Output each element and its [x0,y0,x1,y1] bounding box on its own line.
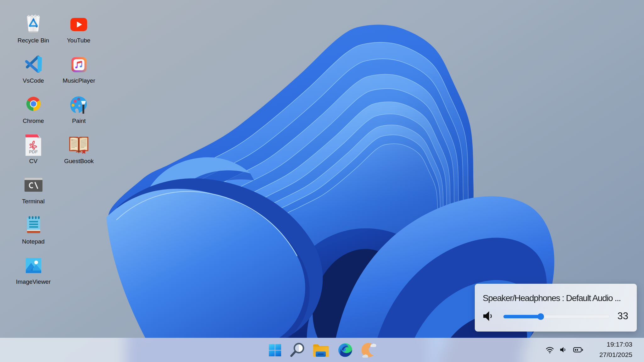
svg-text:PDF: PDF [29,149,38,154]
